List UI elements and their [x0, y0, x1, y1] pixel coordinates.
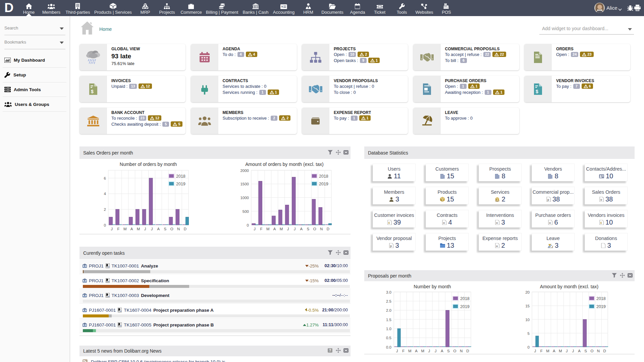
svg-text:2018: 2018 [319, 174, 328, 179]
svg-text:M: M [123, 227, 127, 231]
svg-text:6: 6 [104, 176, 106, 180]
svg-text:M: M [137, 227, 140, 231]
svg-text:M: M [280, 227, 283, 231]
svg-text:p: p [390, 244, 392, 248]
svg-text:o: o [549, 221, 551, 225]
svg-text:O: O [453, 349, 457, 353]
svg-text:1000: 1000 [240, 196, 249, 200]
svg-text:2018: 2018 [460, 296, 470, 301]
svg-text:J: J [151, 227, 153, 231]
svg-text:J: J [111, 227, 113, 231]
svg-text:D: D [466, 349, 469, 353]
svg-text:2018: 2018 [176, 174, 185, 179]
svg-text:M: M [559, 349, 562, 353]
svg-text:1.0: 1.0 [386, 327, 391, 331]
svg-text:Number by month: Number by month [414, 284, 451, 289]
svg-text:2.0: 2.0 [386, 308, 391, 312]
svg-text:15: 15 [525, 304, 530, 308]
svg-text:a: a [496, 244, 498, 248]
svg-text:500: 500 [243, 209, 249, 214]
svg-text:€: € [600, 221, 602, 225]
svg-text:0: 0 [104, 223, 106, 227]
svg-text:F: F [540, 349, 543, 353]
svg-text:0: 0 [528, 345, 530, 349]
svg-text:S: S [447, 349, 450, 353]
svg-text:A: A [273, 227, 276, 231]
svg-text:Number of orders by month: Number of orders by month [120, 162, 177, 167]
svg-text:N: N [460, 349, 463, 353]
svg-text:2019: 2019 [176, 182, 185, 186]
svg-text:M: M [266, 227, 270, 231]
svg-text:D: D [603, 349, 606, 353]
svg-text:N: N [597, 349, 600, 353]
svg-text:o: o [496, 221, 498, 225]
svg-text:O: O [313, 227, 316, 231]
svg-text:Amount by month (excl. tax): Amount by month (excl. tax) [540, 284, 598, 289]
svg-text:A: A [300, 227, 303, 231]
svg-text:N: N [177, 227, 180, 231]
svg-text:J: J [144, 227, 146, 231]
svg-text:p: p [547, 198, 549, 201]
svg-text:$: $ [536, 89, 538, 94]
svg-text:O: O [170, 227, 173, 231]
svg-text:S: S [307, 227, 309, 231]
svg-text:$: $ [91, 89, 94, 94]
svg-text:0.0: 0.0 [386, 345, 391, 349]
svg-text:2019: 2019 [319, 182, 328, 186]
svg-text:O: O [590, 349, 593, 353]
svg-text:2019: 2019 [460, 304, 470, 309]
svg-text:A: A [130, 227, 133, 231]
svg-text:A: A [415, 349, 418, 353]
svg-text:J: J [566, 349, 568, 353]
svg-text:0.5: 0.5 [386, 336, 391, 340]
svg-text:F: F [260, 227, 262, 231]
svg-text:M: M [421, 349, 424, 353]
svg-text:M: M [408, 349, 412, 353]
svg-text:?: ? [329, 349, 331, 352]
svg-text:J: J [435, 349, 437, 353]
svg-text:1500: 1500 [240, 182, 249, 186]
svg-text:F: F [402, 349, 405, 353]
svg-text:J: J [396, 349, 398, 353]
svg-text:4: 4 [104, 192, 106, 196]
svg-text:1.5: 1.5 [386, 318, 391, 322]
svg-text:A: A [553, 349, 555, 353]
svg-text:Amount of orders by month (exc: Amount of orders by month (excl. tax) [245, 162, 323, 167]
svg-text:5: 5 [528, 331, 530, 336]
svg-text:10: 10 [525, 318, 530, 322]
svg-text:A: A [157, 227, 160, 231]
svg-text:$: $ [281, 5, 283, 8]
svg-text:J: J [534, 349, 536, 353]
svg-text:2: 2 [104, 207, 106, 212]
svg-text:2.5: 2.5 [386, 299, 391, 303]
svg-text:J: J [294, 227, 296, 231]
svg-text:N: N [320, 227, 323, 231]
svg-text:€: € [388, 221, 390, 225]
svg-text:D: D [184, 227, 186, 231]
svg-text:S: S [584, 349, 587, 353]
svg-text:J: J [287, 227, 289, 231]
svg-text:J: J [254, 227, 256, 231]
svg-text:J: J [572, 349, 574, 353]
svg-text:M: M [546, 349, 549, 353]
svg-text:o: o [600, 198, 602, 201]
svg-text:20: 20 [525, 290, 530, 294]
svg-text:0: 0 [247, 223, 249, 227]
svg-text:2018: 2018 [596, 296, 606, 301]
svg-text:A: A [441, 349, 443, 353]
svg-text:3.0: 3.0 [386, 290, 391, 294]
svg-text:J: J [428, 349, 430, 353]
svg-text:2019: 2019 [596, 304, 606, 309]
svg-text:S: S [164, 227, 166, 231]
svg-text:2000: 2000 [240, 169, 249, 173]
svg-text:o: o [443, 221, 445, 225]
svg-text:D: D [327, 227, 329, 231]
svg-text:F: F [117, 227, 119, 231]
svg-text:A: A [578, 349, 581, 353]
